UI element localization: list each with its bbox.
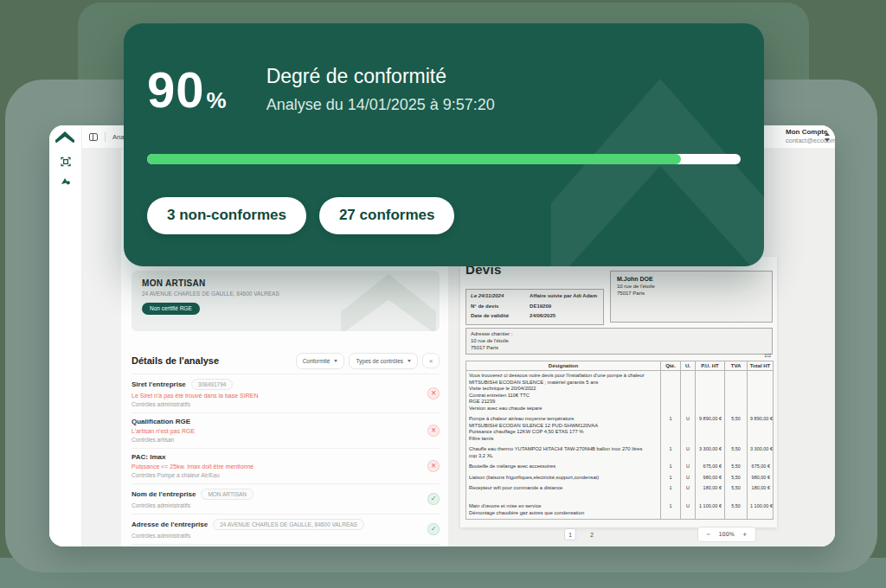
client-address-line: 10 rue de l'étoile (617, 284, 766, 289)
unit-cell: U (681, 495, 696, 520)
devis-number: DE19209 (530, 304, 599, 311)
tva-cell: 5,50 (725, 444, 748, 462)
analysis-item: Adresse de l'entreprise24 AVENUE CHARLES… (132, 514, 440, 545)
qty-cell: 1 (661, 495, 681, 520)
analysis-item-title: Adresse de l'entreprise (132, 521, 208, 528)
analysis-timestamp: Analyse du 14/01/2025 à 9:57:20 (266, 96, 495, 114)
table-column-header: P.U. HT (696, 361, 725, 371)
chantier-line: 75017 Paris (471, 344, 767, 351)
arrow-watermark-icon (551, 79, 764, 266)
analysis-item-category: Contrôles administratifs (132, 533, 421, 539)
total-cell: 9 890,00 € (748, 414, 774, 444)
analysis-item: Nom de l'entrepriseMON ARTISANContrôles … (132, 484, 440, 514)
total-cell: 180,00 € (748, 483, 774, 495)
analysis-item: Siret l'entreprise308491794Le Siret n'a … (132, 374, 440, 413)
panel-toggle-icon[interactable] (89, 133, 98, 141)
pu-cell: 675,00 € (696, 462, 725, 473)
conformity-progress-fill (147, 154, 681, 164)
analysis-item-category: Contrôles artisan (132, 437, 421, 443)
analysis-item-value-badge: 308491794 (191, 379, 234, 390)
fail-icon: × (427, 460, 440, 472)
analysis-item-error: L'artisan n'est pas RGE (132, 428, 421, 434)
designation-cell: Pompe à chaleur air/eau moyenne températ… (466, 414, 661, 444)
check-icon: ✓ (427, 493, 440, 505)
scan-frame-icon[interactable] (61, 157, 71, 167)
qty-cell (661, 371, 681, 415)
non-conform-count-pill[interactable]: 3 non-conformes (147, 197, 306, 234)
devis-table-body: Vous trouverez ci dessous notre devis po… (466, 371, 774, 520)
sidebar (49, 125, 82, 546)
zoom-out-button[interactable]: − (706, 531, 710, 538)
table-column-header: TVA (725, 361, 748, 371)
qty-cell: 1 (661, 444, 681, 462)
unit-cell: U (681, 473, 696, 484)
analysis-document-icon[interactable] (61, 176, 71, 186)
analysis-list: Siret l'entreprise308491794Le Siret n'a … (132, 374, 440, 546)
total-cell (748, 371, 774, 415)
pu-cell: 9 890,00 € (696, 414, 725, 444)
fail-icon: × (427, 425, 440, 437)
chantier-line: 10 rue de l'étoile (471, 337, 767, 344)
page-button[interactable]: 1 (564, 528, 576, 540)
table-column-header: Total HT (748, 361, 774, 371)
filter-conformity-dropdown[interactable]: Conformité (296, 353, 345, 369)
chevron-updown-icon[interactable] (824, 132, 830, 142)
unit-cell: U (681, 483, 696, 495)
pu-cell: 180,00 € (696, 483, 725, 495)
chantier-label: Adresse chantier : (471, 330, 767, 337)
analysis-item-title: Siret l'entreprise (132, 380, 186, 388)
filter-control-types-label: Types de contrôles (356, 358, 403, 364)
chevron-down-icon (334, 360, 337, 362)
conform-count-pill[interactable]: 27 conformes (319, 197, 455, 234)
tva-cell: 5,50 (725, 462, 748, 473)
pagination: 12 (564, 528, 598, 540)
devis-followup: Affaire suivie par Adi Adam (530, 293, 599, 301)
analysis-item-value-badge: MON ARTISAN (201, 489, 254, 500)
topbar-divider (105, 132, 106, 142)
fail-icon: × (427, 387, 440, 399)
designation-cell: Liaison (liaisons frigorifiques,electric… (466, 473, 661, 484)
page-button[interactable]: 2 (586, 528, 598, 540)
total-cell: 675,00 € (748, 462, 774, 473)
devis-chantier-box: Adresse chantier : 10 rue de l'étoile 75… (465, 328, 773, 355)
percent-sign: % (207, 89, 227, 112)
client-name: M.John DOE (617, 276, 766, 282)
filter-control-types-dropdown[interactable]: Types de contrôles (349, 353, 418, 369)
zoom-level: 100% (718, 531, 735, 538)
devis-validity: 24/06/2025 (530, 313, 599, 321)
table-column-header: Désignation (466, 361, 661, 371)
total-cell: 3 300,00 € (748, 444, 774, 462)
analysis-item: PAC: ImaxPuissance <= 25kw. Imax doit êt… (132, 449, 440, 484)
pu-cell: 3 300,00 € (696, 444, 725, 462)
analysis-item: Qualification RGEL'artisan n'est pas RGE… (132, 413, 440, 449)
pu-cell: 980,00 € (696, 473, 725, 484)
unit-cell: U (681, 414, 696, 444)
devis-table-header-row: DésignationQté.U.P.U. HTTVATotal HT (466, 361, 774, 371)
devis-table: DésignationQté.U.P.U. HTTVATotal HT Vous… (465, 361, 774, 520)
qty-cell: 1 (661, 462, 681, 473)
unit-cell (681, 371, 696, 415)
designation-cell: Chauffe eau thermo YUTAMPO2 HITACHI TAW-… (466, 444, 661, 462)
devis-validity-label: Date de validité (471, 313, 530, 321)
analysis-item-category: Contrôles administratifs (132, 401, 421, 407)
analysis-item-error: Le Siret n'a pas été trouvé dans la base… (132, 393, 421, 399)
analysis-item-value-badge: 24 AVENUE CHARLES DE GAULLE, 84600 VALRE… (213, 519, 364, 530)
devis-document: Devis M.John DOE 10 rue de l'étoile 7501… (460, 257, 777, 527)
analysis-item-category: Contrôles administratifs (132, 502, 421, 508)
filter-conformity-label: Conformité (303, 358, 331, 364)
zoom-control: − 100% + (697, 527, 756, 542)
designation-cell: Main d'œuvre et mise en serviceDémontage… (466, 495, 661, 520)
zoom-in-button[interactable]: + (742, 531, 747, 538)
conformity-pills: 3 non-conformes 27 conformes (147, 197, 454, 234)
tva-cell: 5,50 (725, 483, 748, 495)
chevron-down-icon (408, 360, 411, 362)
table-row: Bouteille de mélange avec accessoires1U6… (466, 462, 774, 473)
analysis-item-title: Nom de l'entreprise (132, 490, 196, 498)
details-title: Détails de l'analyse (132, 355, 219, 366)
qty-cell: 1 (661, 483, 681, 495)
devis-date: Le 24/11/2024 (471, 293, 530, 301)
total-cell: 980,00 € (748, 473, 774, 484)
details-header: Détails de l'analyse Conformité Types de… (132, 349, 440, 372)
close-filters-button[interactable]: × (422, 353, 440, 368)
qty-cell: 1 (661, 414, 681, 444)
